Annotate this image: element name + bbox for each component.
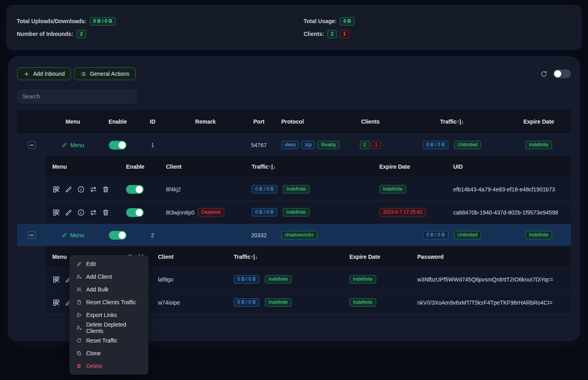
stats-card: Total Uploads/Downloads: 0 B / 0 B Numbe…: [7, 6, 581, 49]
inbound-1-menu-trigger[interactable]: Menu: [61, 142, 84, 148]
client-reset-traffic-button[interactable]: [89, 209, 97, 217]
sub-header-expire: Expire Date: [343, 254, 411, 260]
clients-label: Clients:: [304, 31, 324, 37]
client-delete-button[interactable]: [102, 209, 110, 217]
theme-toggle[interactable]: [553, 69, 571, 78]
client-name: w74ioipe: [158, 299, 180, 306]
client-password: nkV/I/3XoAm9v6xMT/T5lcrF4TpeTKF98rHARbRo…: [417, 299, 552, 306]
sub-header-client: Client: [160, 163, 245, 170]
client-info-button[interactable]: [77, 209, 85, 217]
menu-item-reset-traffic[interactable]: Reset Traffic: [70, 334, 148, 347]
header-traffic-sort[interactable]: Traffic↑|↓: [397, 118, 507, 125]
protocol-badge: tcp: [302, 141, 315, 149]
expire-badge: Indefinite: [349, 298, 376, 307]
menu-item-reset-clients-traffic[interactable]: Reset Clients Traffic: [70, 296, 148, 309]
inbound-1-enable-toggle[interactable]: [109, 141, 126, 150]
total-usage-label: Total Usage:: [304, 18, 337, 24]
sub-header-uid: UID: [447, 163, 571, 170]
plus-icon: [24, 71, 30, 77]
client-info-button[interactable]: [77, 185, 85, 193]
toggle-knob: [118, 232, 126, 239]
total-uploads-downloads-label: Total Uploads/Downloads:: [17, 18, 87, 24]
client-password: w3NfbzUPf5WWd745Q8pvsmQrdrttT2IO6knuI7Di…: [417, 276, 553, 283]
inbound-1-protocols: vless tcp Reality: [276, 141, 343, 149]
client-qrcode-button[interactable]: [52, 276, 60, 284]
client-edit-button[interactable]: [65, 185, 73, 193]
refresh-button[interactable]: [540, 70, 548, 78]
export-links-icon: [76, 312, 82, 318]
general-actions-label: General Actions: [90, 71, 129, 77]
sub-header-enable: Enable: [120, 163, 160, 170]
traffic-badge: 0 B / 0 B: [252, 185, 277, 193]
stats-right-column: Total Usage: 0 B Clients: 2 1: [294, 17, 581, 38]
client-qrcode-button[interactable]: [52, 299, 60, 307]
toggle-knob: [554, 70, 561, 77]
inbound-2-traffic: 0 B / 0 B Unlimited: [397, 231, 507, 239]
menu-item-clone[interactable]: Clone: [70, 347, 148, 360]
list-icon: [80, 71, 86, 77]
reset-clients-traffic-icon: [76, 299, 82, 305]
client-enable-toggle[interactable]: [126, 185, 144, 194]
protocol-badge: shadowsocks: [281, 231, 317, 239]
client-qrcode-button[interactable]: [52, 209, 60, 217]
menu-item-label: Delete: [86, 363, 102, 369]
add-client-icon: [76, 274, 82, 280]
menu-item-export-links[interactable]: Export Links: [70, 309, 148, 321]
toggle-knob: [118, 142, 126, 149]
menu-item-add-client[interactable]: Add Client: [70, 270, 148, 283]
info-icon: [77, 185, 85, 193]
number-of-inbounds-value: 2: [77, 30, 87, 38]
client-edit-button[interactable]: [65, 209, 73, 217]
delete-depleted-clients-icon: [76, 325, 82, 331]
inbounds-page: Total Uploads/Downloads: 0 B / 0 B Numbe…: [0, 6, 588, 380]
client-enable-toggle[interactable]: [126, 208, 144, 217]
clients-depleted-badge: 1: [371, 141, 381, 149]
qrcode-icon: [52, 185, 60, 193]
expire-badge: Indefinite: [349, 275, 376, 284]
header-expire-date: Expire Date: [507, 118, 571, 125]
info-icon: [77, 209, 85, 217]
menu-item-label: Export Links: [86, 312, 117, 318]
add-inbound-button[interactable]: Add Inbound: [17, 67, 71, 80]
search-input[interactable]: [17, 90, 137, 103]
sub-header-password: Password: [411, 254, 571, 260]
sub-header-traffic[interactable]: Traffic↑|↓: [245, 163, 373, 170]
client-qrcode-button[interactable]: [52, 185, 60, 193]
inbound-1-menu-label: Menu: [70, 142, 84, 148]
client-traffic: 0 B / 0 B Indefinite: [245, 208, 373, 217]
menu-item-delete-depleted-clients[interactable]: Delete Depleted Clients: [70, 321, 148, 334]
inbound-1-expire: Indefinite: [507, 141, 571, 149]
client-delete-button[interactable]: [102, 185, 110, 193]
expire-badge: Indefinite: [525, 141, 552, 149]
inbound-row-1: Menu 1 54767 vless tcp Reality 2 1 0 B /: [17, 134, 571, 156]
protocol-badge: vless: [281, 141, 299, 149]
general-actions-button[interactable]: General Actions: [74, 67, 136, 80]
total-uploads-downloads-value: 0 B / 0 B: [90, 17, 116, 26]
menu-item-add-bulk[interactable]: Add Bulk: [70, 283, 148, 296]
client-uid: ca68470b-1940-437d-802b-1f9573e94598: [453, 209, 558, 216]
inbound-2-menu-trigger[interactable]: Menu: [61, 232, 84, 238]
client-name: laf9go: [158, 276, 173, 283]
inbound-2-enable-toggle[interactable]: [109, 231, 126, 240]
edit-icon: [65, 185, 73, 193]
menu-item-edit[interactable]: Edit: [70, 258, 148, 270]
clients-active-count: 2: [327, 30, 337, 38]
collapse-inbound-1-button[interactable]: [28, 141, 36, 149]
collapse-inbound-2-button[interactable]: [28, 231, 36, 239]
client-traffic: 0 B / 0 B Indefinite: [227, 275, 343, 284]
inbound-row-2: Menu 2 20332 shadowsocks 0 B / 0 B Unlim…: [17, 224, 571, 246]
menu-item-label: Add Client: [86, 274, 112, 280]
header-clients: Clients: [343, 118, 397, 125]
inbound-2-expire: Indefinite: [507, 231, 571, 239]
client-actions: [46, 185, 120, 193]
expire-badge: 2023-5-7 17:25:42: [379, 208, 426, 217]
sub-header-traffic[interactable]: Traffic↑|↓: [227, 254, 343, 260]
clients-depleted-count: 1: [339, 30, 349, 38]
menu-item-delete[interactable]: Delete: [70, 360, 148, 372]
menu-item-label: Edit: [86, 261, 96, 267]
trash-icon: [102, 209, 110, 217]
qrcode-icon: [52, 276, 60, 284]
client-reset-traffic-button[interactable]: [89, 185, 97, 193]
client-uid: efb14b43-4a79-4e83-ef18-e48cf1901b73: [453, 186, 555, 193]
toggle-knob: [136, 186, 143, 193]
